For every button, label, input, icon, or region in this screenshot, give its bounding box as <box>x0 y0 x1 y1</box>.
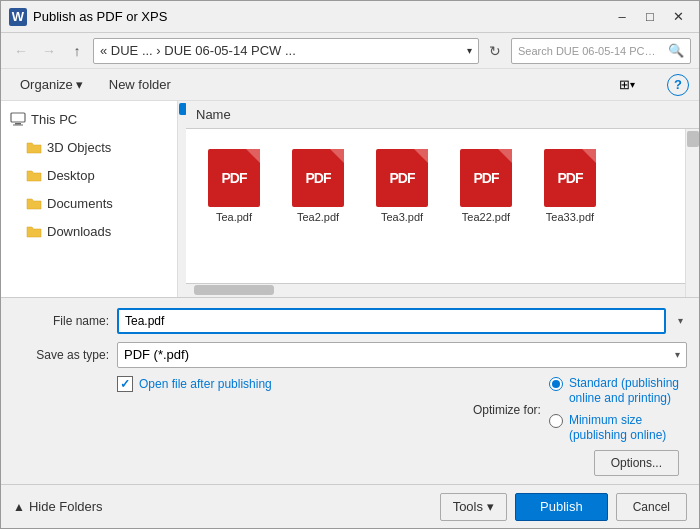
publish-button[interactable]: Publish <box>515 493 608 521</box>
savetype-row: Save as type: PDF (*.pdf) ▾ <box>13 342 687 368</box>
tree-label: Downloads <box>47 224 111 239</box>
maximize-button[interactable]: □ <box>637 4 663 30</box>
optimize-header: Optimize for: Standard (publishingonline… <box>272 376 679 444</box>
computer-icon <box>9 110 27 128</box>
filename-row: File name: ▾ <box>13 308 687 334</box>
dialog-title: Publish as PDF or XPS <box>33 9 609 24</box>
checkmark-icon: ✓ <box>120 377 130 391</box>
radio-minimum-label: Minimum size(publishing online) <box>569 413 666 444</box>
savetype-label: Save as type: <box>13 348 109 362</box>
tree-label: 3D Objects <box>47 140 111 155</box>
pdf-icon-body: PDF <box>544 149 596 207</box>
tree-item-documents[interactable]: Documents <box>1 189 177 217</box>
svg-text:W: W <box>12 9 25 24</box>
radio-group: Standard (publishingonline and printing)… <box>549 376 679 444</box>
tree-item-desktop[interactable]: Desktop <box>1 161 177 189</box>
file-content-wrapper: PDF Tea.pdf PDF Tea2.pdf <box>186 129 699 297</box>
horizontal-scrollbar[interactable] <box>186 283 685 297</box>
new-folder-button[interactable]: New folder <box>100 73 180 97</box>
name-column-header: Name <box>196 107 231 122</box>
pdf-icon-body: PDF <box>460 149 512 207</box>
pdf-icon: PDF <box>208 149 260 207</box>
folder-3d-icon <box>25 138 43 156</box>
tree-label: Documents <box>47 196 113 211</box>
file-toolbar: Organize ▾ New folder ⊞ ▾ ? <box>1 69 699 101</box>
bottom-bar: ▲ Hide Folders Tools ▾ Publish Cancel <box>1 484 699 528</box>
svg-rect-4 <box>13 125 23 126</box>
hide-folders-button[interactable]: ▲ Hide Folders <box>13 499 103 514</box>
breadcrumb-text: « DUE ... › DUE 06-05-14 PCW ... <box>100 43 296 58</box>
title-bar-controls: – □ ✕ <box>609 4 691 30</box>
tools-button[interactable]: Tools ▾ <box>440 493 507 521</box>
organize-arrow-icon: ▾ <box>76 77 83 92</box>
optimize-section: Optimize for: Standard (publishingonline… <box>272 376 687 476</box>
radio-standard-input[interactable] <box>549 377 563 391</box>
folder-downloads-icon <box>25 222 43 240</box>
pdf-text: PDF <box>558 170 583 186</box>
view-icon: ⊞ <box>619 77 630 92</box>
refresh-button[interactable]: ↻ <box>483 39 507 63</box>
pdf-icon: PDF <box>292 149 344 207</box>
radio-minimum: Minimum size(publishing online) <box>549 413 679 444</box>
open-after-publish-label[interactable]: Open file after publishing <box>139 377 272 391</box>
svg-rect-3 <box>15 123 21 125</box>
file-item[interactable]: PDF Tea33.pdf <box>534 145 606 227</box>
search-placeholder: Search DUE 06-05-14 PCW PD... <box>518 45 658 57</box>
savetype-dropdown-icon: ▾ <box>675 349 680 360</box>
file-item[interactable]: PDF Tea22.pdf <box>450 145 522 227</box>
search-bar[interactable]: Search DUE 06-05-14 PCW PD... 🔍 <box>511 38 691 64</box>
left-panel-scrollbar[interactable] <box>178 101 186 297</box>
tree-item-3d-objects[interactable]: 3D Objects <box>1 133 177 161</box>
pdf-text: PDF <box>306 170 331 186</box>
open-after-publish-checkbox[interactable]: ✓ <box>117 376 133 392</box>
pdf-icon-body: PDF <box>292 149 344 207</box>
tools-arrow-icon: ▾ <box>487 499 494 514</box>
breadcrumb[interactable]: « DUE ... › DUE 06-05-14 PCW ... ▾ <box>93 38 479 64</box>
radio-standard-dot <box>552 380 560 388</box>
hide-folders-arrow-icon: ▲ <box>13 500 25 514</box>
up-button[interactable]: ↑ <box>65 39 89 63</box>
forward-button[interactable]: → <box>37 39 61 63</box>
new-folder-label: New folder <box>109 77 171 92</box>
navigation-toolbar: ← → ↑ « DUE ... › DUE 06-05-14 PCW ... ▾… <box>1 33 699 69</box>
filename-input[interactable] <box>117 308 666 334</box>
options-button[interactable]: Options... <box>594 450 679 476</box>
savetype-value: PDF (*.pdf) <box>124 347 189 362</box>
file-name: Tea3.pdf <box>381 211 423 223</box>
filename-label: File name: <box>13 314 109 328</box>
dialog: W Publish as PDF or XPS – □ ✕ ← → ↑ « DU… <box>0 0 700 529</box>
files-area: PDF Tea.pdf PDF Tea2.pdf <box>186 129 685 283</box>
view-button[interactable]: ⊞ ▾ <box>615 73 639 97</box>
savetype-select[interactable]: PDF (*.pdf) ▾ <box>117 342 687 368</box>
tools-label: Tools <box>453 499 483 514</box>
radio-minimum-input[interactable] <box>549 414 563 428</box>
cancel-button[interactable]: Cancel <box>616 493 687 521</box>
folder-desktop-icon <box>25 166 43 184</box>
minimize-button[interactable]: – <box>609 4 635 30</box>
file-item[interactable]: PDF Tea.pdf <box>198 145 270 227</box>
file-name: Tea.pdf <box>216 211 252 223</box>
organize-button[interactable]: Organize ▾ <box>11 73 92 97</box>
close-button[interactable]: ✕ <box>665 4 691 30</box>
hscrollbar-thumb <box>194 285 274 295</box>
pdf-text: PDF <box>474 170 499 186</box>
view-dropdown-icon: ▾ <box>630 79 635 90</box>
column-header: Name <box>186 101 699 129</box>
tree-item-downloads[interactable]: Downloads <box>1 217 177 245</box>
title-bar: W Publish as PDF or XPS – □ ✕ <box>1 1 699 33</box>
word-icon: W <box>9 8 27 26</box>
pdf-icon-body: PDF <box>208 149 260 207</box>
file-name: Tea2.pdf <box>297 211 339 223</box>
file-item[interactable]: PDF Tea3.pdf <box>366 145 438 227</box>
breadcrumb-dropdown-icon[interactable]: ▾ <box>467 45 472 56</box>
tree-label: Desktop <box>47 168 95 183</box>
tree-item-this-pc[interactable]: This PC <box>1 105 177 133</box>
back-button[interactable]: ← <box>9 39 33 63</box>
svg-rect-2 <box>11 113 25 122</box>
right-panel: Name PDF Tea.pdf <box>186 101 699 297</box>
radio-standard-label: Standard (publishingonline and printing) <box>569 376 679 407</box>
filename-dropdown-icon[interactable]: ▾ <box>674 315 687 326</box>
file-item[interactable]: PDF Tea2.pdf <box>282 145 354 227</box>
right-panel-scrollbar[interactable] <box>685 129 699 297</box>
help-button[interactable]: ? <box>667 74 689 96</box>
